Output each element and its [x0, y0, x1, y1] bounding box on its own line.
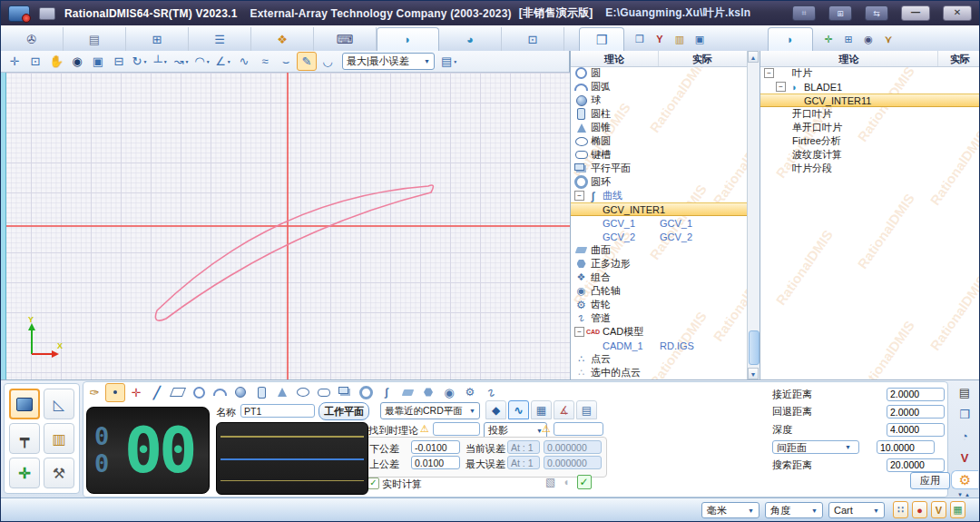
tree-item[interactable]: 圆: [571, 66, 748, 80]
tree-item[interactable]: 圆环: [571, 175, 748, 189]
expand-toggle[interactable]: [764, 68, 774, 78]
feature-cube-button[interactable]: [630, 29, 650, 49]
probe-rotate-button[interactable]: ▼: [130, 52, 150, 71]
tree-item[interactable]: 圆弧: [571, 80, 748, 94]
param-input[interactable]: [887, 458, 945, 472]
found-theory-input[interactable]: [433, 422, 480, 436]
parallel-planes-button[interactable]: ▼: [335, 383, 355, 402]
close-button[interactable]: ✕: [943, 5, 972, 21]
hand-button[interactable]: ▼: [46, 52, 66, 71]
panel-button[interactable]: [838, 29, 858, 49]
scroll-up-icon[interactable]: ▲: [748, 51, 759, 63]
probe-v-button[interactable]: [951, 448, 978, 468]
tree-item[interactable]: 开口叶片: [760, 107, 980, 121]
colormap-button[interactable]: [950, 501, 965, 518]
tree-item[interactable]: 叶片: [760, 66, 980, 80]
theory-column-header[interactable]: 理论: [760, 53, 937, 66]
scan-wave2-button[interactable]: ▼: [255, 52, 275, 71]
tree-item[interactable]: GCV_2 GCV_2: [571, 230, 748, 243]
tree-item[interactable]: 正多边形: [571, 257, 748, 271]
tree-item[interactable]: 凸轮轴: [571, 284, 748, 298]
line-button[interactable]: ▼: [147, 383, 167, 402]
view-select-button[interactable]: ▼: [88, 52, 108, 71]
tree-item[interactable]: 管道: [571, 311, 748, 325]
param-input[interactable]: [887, 405, 945, 419]
minimize-button[interactable]: —: [901, 5, 930, 21]
report-icon[interactable]: [545, 476, 555, 488]
blade-panel-tab[interactable]: [768, 27, 813, 51]
tree-item[interactable]: 点云: [571, 352, 748, 366]
probe-surface-button[interactable]: ▼: [192, 52, 212, 71]
feature-view-button[interactable]: [485, 400, 506, 419]
gear-button[interactable]: ▼: [460, 383, 480, 402]
tree-item[interactable]: 选中的点云: [571, 366, 748, 379]
polygon-button[interactable]: ▼: [418, 383, 438, 402]
plane-button[interactable]: ▼: [168, 383, 188, 402]
tree-item[interactable]: 椭圆: [571, 134, 748, 148]
scroll-down-icon[interactable]: ▼: [748, 368, 759, 379]
upper-tol-input[interactable]: [411, 456, 460, 469]
graphics-viewport[interactable]: Y X: [1, 73, 571, 379]
lisa-box-button[interactable]: [44, 423, 74, 454]
scan-curve-button[interactable]: ▼: [318, 52, 338, 71]
data-button[interactable]: [189, 27, 251, 51]
sphere-button[interactable]: ▼: [230, 383, 250, 402]
probe-cube-button[interactable]: [951, 405, 978, 424]
tree-item[interactable]: 单开口叶片: [760, 121, 980, 134]
probe-search-button[interactable]: [951, 427, 978, 446]
view-eye-button[interactable]: ▼: [67, 52, 87, 71]
tree-item[interactable]: GCV_INTER11: [760, 94, 980, 107]
scroll-thumb[interactable]: [749, 330, 760, 365]
report-view-button[interactable]: [576, 400, 597, 419]
scan-wave-button[interactable]: ▼: [234, 52, 254, 71]
param-input[interactable]: [887, 388, 945, 401]
probe-view-button[interactable]: [554, 400, 574, 419]
projection-input[interactable]: [554, 422, 603, 436]
tree-item[interactable]: GCV_1 GCV_1: [571, 216, 748, 230]
settings-button[interactable]: [951, 470, 978, 489]
tree-item[interactable]: 球: [571, 94, 748, 107]
output-button[interactable]: [1, 27, 64, 51]
tree-item[interactable]: 组合: [571, 271, 748, 284]
slot-button[interactable]: ▼: [314, 383, 334, 402]
camera-button[interactable]: [858, 29, 878, 49]
actual-column-header[interactable]: 实际: [658, 51, 746, 66]
crd-plane-combo[interactable]: 最靠近的CRD平面 ▼: [380, 402, 480, 419]
tree-item[interactable]: BLADE1: [760, 80, 980, 94]
tree-item[interactable]: CADM_1 RD.IGS: [571, 339, 748, 352]
program-button[interactable]: [64, 27, 126, 51]
ellipse-button[interactable]: ▼: [293, 383, 313, 402]
param-input[interactable]: [877, 440, 935, 454]
tolerance-button[interactable]: [670, 29, 690, 49]
pan-button[interactable]: ▼: [5, 52, 24, 71]
table-view-button[interactable]: [531, 400, 552, 419]
param-input[interactable]: [887, 423, 945, 437]
tree-item[interactable]: CAD模型: [571, 325, 748, 339]
expand-toggle[interactable]: [574, 327, 584, 337]
probe-touch-button[interactable]: ▼: [151, 52, 171, 71]
apply-button[interactable]: 应用: [910, 472, 950, 489]
point-button[interactable]: ▼: [105, 383, 125, 402]
display-button[interactable]: [502, 27, 564, 51]
sketch-pen-button[interactable]: ▼: [297, 52, 317, 71]
cylinder-button[interactable]: ▼: [251, 383, 271, 402]
remote-control-icon[interactable]: ⌗: [792, 5, 816, 21]
coord-combo[interactable]: Cart▼: [828, 502, 885, 518]
feature-panel-tab[interactable]: [579, 27, 624, 51]
angle-combo[interactable]: 角度▼: [765, 502, 823, 518]
confirm-icon[interactable]: [577, 476, 592, 488]
circle-button[interactable]: ▼: [189, 383, 209, 402]
device-button[interactable]: [314, 27, 377, 51]
tree-item[interactable]: Firtree分析: [760, 134, 980, 148]
tree-scrollbar[interactable]: ▲ ▼: [747, 51, 760, 379]
realtime-checkbox[interactable]: ✓: [368, 478, 379, 489]
tree-item[interactable]: GCV_INTER1: [571, 202, 748, 216]
layout-button[interactable]: [126, 27, 189, 51]
cam-button[interactable]: ▼: [439, 383, 459, 402]
tree-item[interactable]: 波纹度计算: [760, 148, 980, 162]
measure-button[interactable]: [377, 27, 439, 51]
expand-toggle[interactable]: [776, 82, 786, 92]
window-toggle-icon[interactable]: ⊞: [828, 5, 852, 21]
tree-item[interactable]: 平行平面: [571, 162, 748, 175]
tree-item[interactable]: 曲线: [571, 189, 748, 202]
